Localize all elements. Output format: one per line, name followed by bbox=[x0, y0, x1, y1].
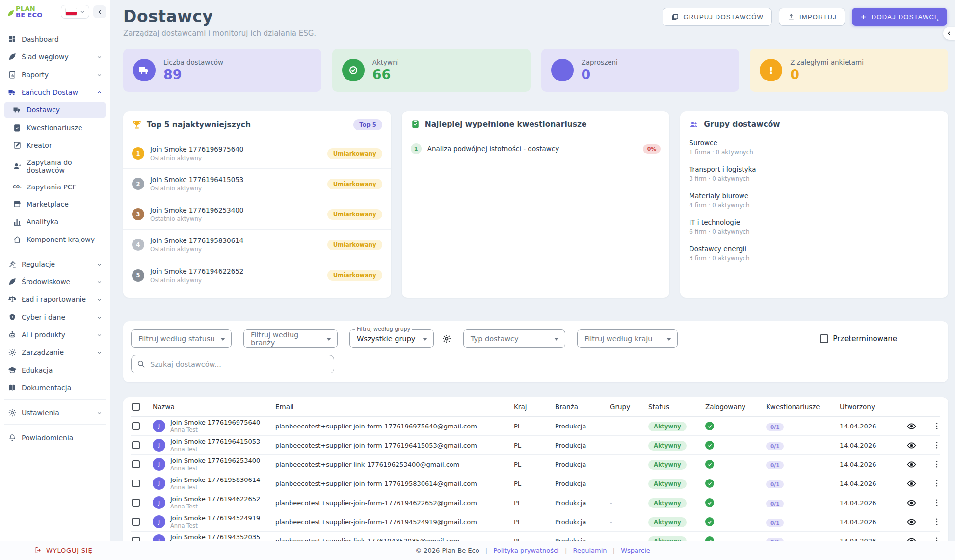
industry-filter-select[interactable]: Filtruj według branży bbox=[243, 329, 338, 348]
view-supplier-button[interactable] bbox=[904, 457, 918, 471]
row-menu-button[interactable] bbox=[930, 477, 944, 490]
supplier-contact: Anna Test bbox=[170, 465, 260, 472]
row-checkbox[interactable] bbox=[132, 441, 140, 449]
sidebar-item-ai-i-produkty[interactable]: AI i produkty bbox=[4, 326, 106, 343]
chevron-down-icon bbox=[97, 410, 102, 416]
row-checkbox[interactable] bbox=[132, 460, 140, 468]
sidebar-item-powiadomienia[interactable]: Powiadomienia bbox=[4, 429, 106, 446]
eye-icon bbox=[907, 460, 916, 469]
chevron-down-icon bbox=[97, 297, 102, 302]
sidebar-item-label: Powiadomienia bbox=[22, 434, 73, 442]
sidebar-item-komponent-krajowy[interactable]: Komponent krajowy bbox=[4, 231, 106, 248]
logout-button[interactable]: WYLOGUJ SIĘ bbox=[34, 546, 92, 554]
rank-badge: 2 bbox=[132, 178, 144, 190]
sidebar-item-lad-i-raportowanie[interactable]: Ład i raportowanie bbox=[4, 291, 106, 308]
privacy-policy-link[interactable]: Polityka prywatności bbox=[493, 547, 558, 554]
status-badge: Aktywny bbox=[648, 479, 687, 489]
avatar: J bbox=[153, 439, 165, 452]
row-checkbox[interactable] bbox=[132, 422, 140, 430]
row-menu-button[interactable] bbox=[930, 438, 944, 452]
sidebar-item-marketplace[interactable]: Marketplace bbox=[4, 196, 106, 213]
view-supplier-button[interactable] bbox=[904, 419, 918, 433]
sidebar-item-analityka[interactable]: Analityka bbox=[4, 213, 106, 230]
divider bbox=[0, 26, 110, 26]
supplier-groups: - bbox=[610, 518, 648, 526]
sidebar-item-kreator[interactable]: Kreator bbox=[4, 137, 106, 154]
sidebar-item-kwestionariusze[interactable]: Kwestionariusze bbox=[4, 119, 106, 136]
overdue-checkbox[interactable]: Przeterminowane bbox=[820, 334, 940, 343]
view-supplier-button[interactable] bbox=[904, 438, 918, 452]
graduation-cap-icon bbox=[8, 366, 17, 374]
sidebar-item-edukacja[interactable]: Edukacja bbox=[4, 362, 106, 378]
avatar: J bbox=[153, 496, 165, 509]
row-menu-button[interactable] bbox=[930, 515, 944, 529]
top5-panel: Top 5 najaktywniejszych Top 5 1 Join Smo… bbox=[123, 111, 391, 298]
overdue-label: Przeterminowane bbox=[833, 334, 897, 343]
sidebar-item-srodowiskowe[interactable]: Środowiskowe bbox=[4, 273, 106, 290]
view-supplier-button[interactable] bbox=[904, 515, 918, 529]
group-filter-select[interactable]: Filtruj według grupy Wszystkie grupy bbox=[349, 329, 434, 348]
row-menu-button[interactable] bbox=[930, 419, 944, 433]
country-filter-select[interactable]: Filtruj według kraju bbox=[577, 329, 678, 348]
leaf-icon bbox=[8, 53, 17, 61]
language-selector[interactable] bbox=[61, 5, 89, 19]
sidebar-item-raporty[interactable]: Raporty bbox=[4, 66, 106, 83]
search-suppliers-input[interactable] bbox=[131, 355, 334, 373]
questionnaire-count-badge: 0/1 bbox=[766, 423, 784, 431]
column-header-utworzony: Utworzony bbox=[840, 403, 904, 411]
sidebar-collapse-button[interactable] bbox=[93, 5, 106, 18]
supplier-type-filter-select[interactable]: Typ dostawcy bbox=[463, 329, 565, 348]
status-filter-select[interactable]: Filtruj według statusu bbox=[131, 329, 232, 348]
row-checkbox[interactable] bbox=[132, 499, 140, 507]
sidebar-item-regulacje[interactable]: Regulacje bbox=[4, 256, 106, 272]
kebab-menu-icon bbox=[932, 479, 941, 488]
row-menu-button[interactable] bbox=[930, 496, 944, 509]
bar-chart-icon bbox=[13, 217, 22, 226]
support-link[interactable]: Wsparcie bbox=[621, 547, 650, 554]
group-suppliers-button[interactable]: GRUPUJ DOSTAWCÓW bbox=[663, 8, 772, 26]
sidebar-item-cyber-i-dane[interactable]: Cyber i dane bbox=[4, 309, 106, 325]
eye-icon bbox=[907, 498, 916, 507]
sidebar-item-dostawcy[interactable]: Dostawcy bbox=[4, 102, 106, 118]
panel-collapse-tab[interactable] bbox=[943, 27, 955, 40]
row-checkbox[interactable] bbox=[132, 480, 140, 487]
group-settings-gear-icon[interactable] bbox=[442, 334, 451, 344]
sidebar-item-lancuch-dostaw[interactable]: Łańcuch Dostaw bbox=[4, 84, 106, 101]
supplier-country: PL bbox=[514, 480, 555, 487]
sidebar-item-zapytania-do-dostawcow[interactable]: Zapytania do dostawców bbox=[4, 155, 106, 178]
sidebar-item-ustawienia[interactable]: Ustawienia bbox=[4, 404, 106, 421]
view-supplier-button[interactable] bbox=[904, 477, 918, 490]
row-menu-button[interactable] bbox=[930, 457, 944, 471]
sidebar-item-zarzadzanie[interactable]: Zarządzanie bbox=[4, 344, 106, 361]
import-button[interactable]: IMPORTUJ bbox=[779, 8, 845, 26]
supplier-email: planbeecotest+supplier-join-form-1776194… bbox=[275, 518, 514, 526]
supplier-contact: Anna Test bbox=[170, 503, 260, 510]
chevron-left-icon bbox=[97, 9, 103, 15]
person-plus-icon bbox=[13, 162, 22, 171]
sidebar-item-zapytania-pcf[interactable]: CO₂ Zapytania PCF bbox=[4, 179, 106, 195]
sidebar-item-slad-weglowy[interactable]: Ślad węglowy bbox=[4, 49, 106, 65]
sidebar-item-label: Środowiskowe bbox=[22, 278, 70, 286]
rank-badge: 4 bbox=[132, 239, 144, 251]
supplier-name: Join Smoke 1776195830614 bbox=[150, 237, 243, 244]
sidebar-item-dokumentacja[interactable]: Dokumentacja bbox=[4, 379, 106, 396]
column-header-zalogowany: Zalogowany bbox=[705, 403, 766, 411]
row-checkbox[interactable] bbox=[132, 518, 140, 526]
stat-label: Zaproszeni bbox=[582, 58, 618, 66]
rank-badge: 3 bbox=[132, 208, 144, 220]
created-date: 14.04.2026 bbox=[840, 499, 904, 507]
questionnaires-panel: Najlepiej wypełnione kwestionariusze 1 A… bbox=[402, 111, 670, 298]
supplier-country: PL bbox=[514, 423, 555, 430]
add-supplier-button[interactable]: DODAJ DOSTAWCĘ bbox=[852, 8, 947, 26]
group-filter-label: Filtruj według grupy bbox=[355, 326, 412, 332]
avatar: J bbox=[153, 458, 165, 471]
supplier-country: PL bbox=[514, 442, 555, 449]
view-supplier-button[interactable] bbox=[904, 496, 918, 509]
supplier-name: Join Smoke 1776196415053 bbox=[150, 176, 243, 184]
truck-icon bbox=[13, 106, 22, 114]
select-all-checkbox[interactable] bbox=[132, 403, 140, 411]
copyright: © 2026 Plan Be Eco bbox=[415, 547, 479, 554]
sidebar-item-dashboard[interactable]: Dashboard bbox=[4, 31, 106, 48]
sidebar-item-label: Ład i raportowanie bbox=[22, 295, 86, 303]
terms-link[interactable]: Regulamin bbox=[573, 547, 607, 554]
